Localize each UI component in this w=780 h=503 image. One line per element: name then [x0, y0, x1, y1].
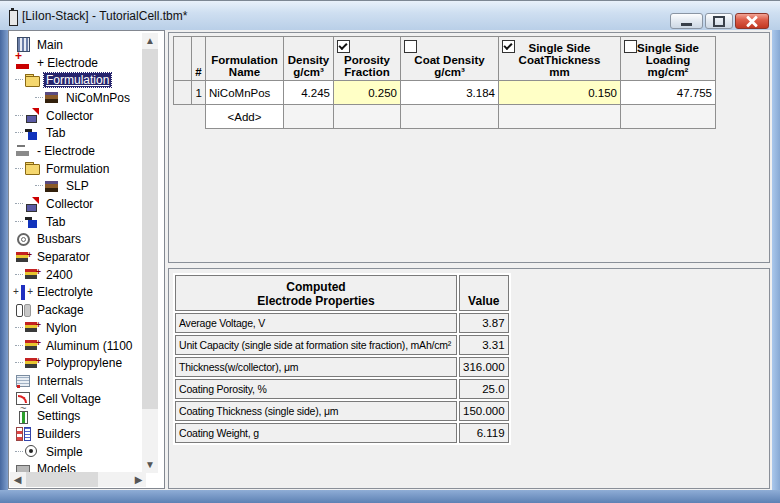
material-icon [44, 179, 60, 194]
computed-property-row: Coating Porosity, %25.0 [175, 379, 509, 399]
value-header: Value [459, 275, 509, 311]
tree-connector [35, 185, 43, 187]
header-line: Name [209, 66, 280, 78]
single-side-loading-checkbox[interactable] [624, 40, 637, 53]
tree-item-collector[interactable]: Collector [9, 195, 147, 213]
header-line: Single Side [624, 42, 712, 54]
tree-item-label: Internals [35, 374, 85, 388]
horizontal-scroll-thumb[interactable] [26, 472, 98, 487]
single-side-coat-thickness-checkbox[interactable] [502, 40, 515, 53]
close-button[interactable] [735, 13, 769, 29]
tree-item-package[interactable]: Package [9, 301, 147, 319]
vertical-scroll-thumb[interactable] [142, 49, 158, 409]
tree-vertical-scrollbar[interactable]: ▲ ▼ [142, 33, 158, 473]
tab-icon [24, 126, 40, 141]
property-value: 3.31 [459, 335, 509, 355]
tree-item-label: Electrolyte [35, 285, 95, 299]
cell-single-side-coat-thickness[interactable]: 0.150 [499, 81, 621, 105]
tree-item-tab[interactable]: Tab [9, 213, 147, 231]
tree-item-main[interactable]: Main [9, 36, 147, 54]
tree-item-label: SLP [64, 179, 91, 193]
tree-item-formulation[interactable]: Formulation [9, 71, 147, 89]
property-value: 6.119 [459, 423, 509, 443]
row-selector-cell[interactable] [174, 81, 192, 105]
tree-connector [15, 132, 23, 134]
tree-item-electrode[interactable]: - Electrode [9, 142, 147, 160]
tree-item-nylon[interactable]: Nylon [9, 319, 147, 337]
header-line: Coat Density [404, 54, 495, 66]
tree-item-label: Package [35, 303, 86, 317]
tree-item-separator[interactable]: Separator [9, 248, 147, 266]
tree-item-aluminum-1100[interactable]: Aluminum (1100 [9, 337, 147, 355]
header-line: CoatThickness [502, 54, 617, 66]
separator-icon [24, 356, 40, 371]
tree-item-internals[interactable]: Internals [9, 372, 147, 390]
client-area: Main+ ElectrodeFormulationNiCoMnPosColle… [8, 30, 772, 490]
coat-density-checkbox[interactable] [404, 40, 417, 53]
tree-item-label: Formulation [44, 73, 111, 87]
tree-item-slp[interactable]: SLP [9, 178, 147, 196]
tree-item-label: Nylon [44, 321, 79, 335]
tree-item-builders[interactable]: Builders [9, 425, 147, 443]
porosity-fraction-checkbox[interactable] [337, 40, 350, 53]
radio-selected-icon [24, 444, 40, 459]
minimize-button[interactable] [670, 13, 703, 29]
add-row-cell [621, 105, 716, 129]
property-value: 316.000 [459, 357, 509, 377]
tree-item-formulation[interactable]: Formulation [9, 160, 147, 178]
scroll-right-icon[interactable]: ▶ [131, 472, 146, 487]
scroll-left-icon[interactable]: ◀ [10, 472, 25, 487]
tree-connector [15, 203, 23, 205]
tree-item-electrode[interactable]: + Electrode [9, 54, 147, 72]
tree-item-nicomnpos[interactable]: NiCoMnPos [9, 89, 147, 107]
add-row-cell [284, 105, 334, 129]
column-header-num: # [192, 37, 206, 81]
tree-horizontal-scrollbar[interactable]: ◀ ▶ [10, 472, 146, 487]
collector-icon [24, 108, 40, 123]
tree-connector [35, 97, 43, 99]
tree-item-label: Collector [44, 109, 95, 123]
tree-item-2400[interactable]: 2400 [9, 266, 147, 284]
scroll-down-icon[interactable]: ▼ [142, 457, 158, 473]
column-header-row-selector [174, 37, 192, 81]
tree-item-label: Tab [44, 126, 67, 140]
formulation-panel: #FormulationNameDensityg/cm³PorosityFrac… [168, 32, 770, 263]
tree-item-cell-voltage[interactable]: Cell Voltage [9, 390, 147, 408]
computed-property-row: Thickness(w/collector), μm316.000 [175, 357, 509, 377]
tree-item-settings[interactable]: Settings [9, 407, 147, 425]
computed-property-row: Unit Capacity (single side at formation … [175, 335, 509, 355]
tree-item-label: Settings [35, 409, 82, 423]
tree-item-collector[interactable]: Collector [9, 107, 147, 125]
tree-item-busbars[interactable]: Busbars [9, 231, 147, 249]
window-frame-left [0, 30, 8, 503]
package-icon [15, 303, 31, 318]
tree-item-label: Busbars [35, 232, 83, 246]
header-line: Single Side [502, 42, 617, 54]
title-bar: [LiIon-Stack] - TutorialCell.tbm* [0, 0, 780, 30]
computed-header-line1: Computed [179, 280, 453, 294]
add-formulation-button[interactable]: <Add> [206, 105, 284, 129]
tree-item-label: Main [35, 38, 65, 52]
property-label: Coating Porosity, % [175, 379, 457, 399]
minimize-icon [681, 23, 692, 26]
column-header-single-side-coat-thickness: Single SideCoatThicknessmm [499, 37, 621, 81]
restore-button[interactable] [705, 13, 733, 29]
tree-item-tab[interactable]: Tab [9, 124, 147, 142]
tree-connector [15, 221, 23, 223]
formulation-table: #FormulationNameDensityg/cm³PorosityFrac… [173, 36, 716, 129]
computed-property-row: Coating Thickness (single side), μm150.0… [175, 401, 509, 421]
computed-header-line2: Electrode Properties [179, 294, 453, 308]
tree-item-polypropylene[interactable]: Polypropylene [9, 354, 147, 372]
tree-item-electrolyte[interactable]: Electrolyte [9, 284, 147, 302]
tree-item-label: Simple [44, 445, 85, 459]
separator-icon [24, 267, 40, 282]
tree-item-label: NiCoMnPos [64, 91, 132, 105]
header-line: # [195, 66, 202, 78]
tree-item-simple[interactable]: Simple [9, 443, 147, 461]
header-line: g/cm³ [287, 66, 330, 78]
folder-icon [24, 73, 40, 88]
cell-porosity-fraction[interactable]: 0.250 [334, 81, 401, 105]
scroll-up-icon[interactable]: ▲ [142, 33, 158, 49]
header-line: g/cm³ [404, 66, 495, 78]
header-line: Density [287, 54, 330, 66]
